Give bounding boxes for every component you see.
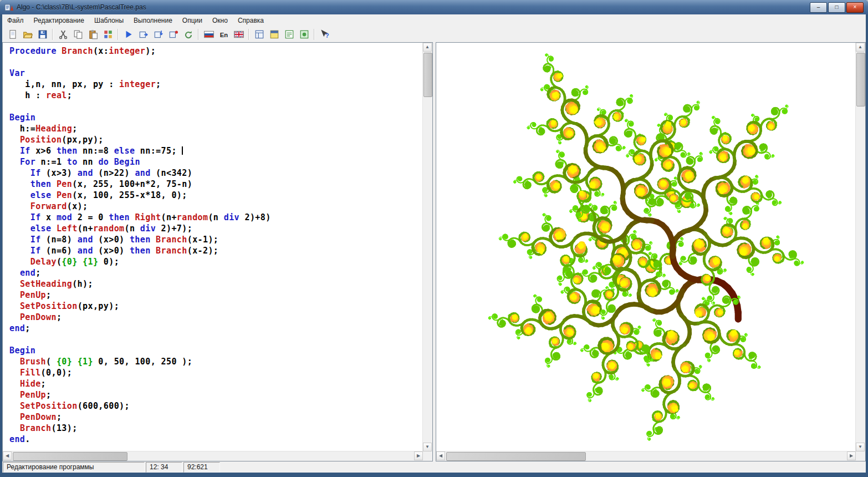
show-console-button[interactable]	[267, 27, 282, 42]
paste-icon	[88, 29, 98, 39]
code-line: For n:=1 to nn do Begin	[9, 156, 423, 168]
toolbar: En?	[2, 27, 866, 43]
step-out-button[interactable]	[166, 27, 181, 42]
scrollbar-thumb[interactable]	[856, 53, 865, 106]
app-window: Algo - C:\class\7B\L-system\PascalTree.p…	[0, 0, 868, 477]
code-line: Brush( {0} {1} 0, 50, 100, 250 );	[9, 356, 423, 367]
code-line: If (n=6) and (x>0) then Branch(x-2);	[9, 245, 423, 256]
menu-item-5[interactable]: Опции	[177, 15, 207, 26]
menu-item-2[interactable]: Редактирование	[29, 15, 89, 26]
svg-text:En: En	[219, 32, 228, 38]
scroll-left-button[interactable]: ◀	[436, 451, 445, 460]
scroll-right-button[interactable]: ▶	[414, 451, 423, 460]
menu-item-6[interactable]: Окно	[207, 15, 233, 26]
lang-en-button[interactable]: En	[216, 27, 231, 42]
copy-icon	[73, 29, 83, 39]
close-button[interactable]: ×	[846, 2, 864, 13]
scroll-right-button[interactable]: ▶	[847, 451, 856, 460]
menu-item-7[interactable]: Справка	[233, 15, 269, 26]
step-over-icon	[139, 29, 149, 39]
scrollbar-thumb[interactable]	[446, 452, 586, 461]
show-variables-icon	[254, 29, 264, 39]
lang-en-icon: En	[219, 29, 229, 39]
code-line: SetPosition(px,py);	[9, 301, 423, 312]
scroll-left-button[interactable]: ◀	[3, 451, 12, 460]
help-context-button[interactable]: ?	[317, 27, 332, 42]
help-context-icon: ?	[320, 29, 330, 39]
show-variables-button[interactable]	[252, 27, 267, 42]
code-line: SetHeading(h);	[9, 278, 423, 290]
window-title: Algo - C:\class\7B\L-system\PascalTree.p…	[17, 3, 146, 11]
flag-uk-button[interactable]	[231, 27, 246, 42]
code-line: end;	[9, 323, 423, 334]
editor-pane: Procedure Branch(x:integer); Var i,n, nn…	[2, 42, 433, 461]
code-line: Hide;	[9, 378, 423, 389]
lsystem-tree-canvas	[436, 43, 856, 451]
scrollbar-thumb[interactable]	[423, 53, 432, 97]
title-bar[interactable]: Algo - C:\class\7B\L-system\PascalTree.p…	[0, 0, 868, 14]
toolbar-separator	[118, 29, 119, 40]
flag-ru-button[interactable]	[201, 27, 216, 42]
menu-item-1[interactable]: Файл	[2, 15, 29, 26]
cut-icon	[58, 29, 68, 39]
step-into-button[interactable]	[151, 27, 166, 42]
main-area: Procedure Branch(x:integer); Var i,n, nn…	[2, 42, 866, 461]
new-button[interactable]	[5, 27, 20, 42]
code-line: Branch(13);	[9, 423, 423, 434]
menu-item-4[interactable]: Выполнение	[129, 15, 177, 26]
step-over-button[interactable]	[136, 27, 151, 42]
code-line: PenDown;	[9, 312, 423, 323]
code-line: Var	[9, 68, 423, 79]
editor-vertical-scrollbar[interactable]: ▲ ▼	[422, 43, 432, 451]
blocks-icon	[103, 29, 113, 39]
code-line: PenUp;	[9, 389, 423, 400]
editor-horizontal-scrollbar[interactable]: ◀ ▶	[3, 451, 423, 461]
code-line: If (n=8) and (x>0) then Branch(x-1);	[9, 234, 423, 245]
status-document-stats: 92:621	[183, 462, 220, 473]
new-icon	[8, 29, 18, 39]
minimize-button[interactable]: –	[810, 2, 827, 13]
code-line: SetPosition(600,600);	[9, 400, 423, 412]
scroll-up-button[interactable]: ▲	[856, 43, 865, 52]
scroll-down-button[interactable]: ▼	[423, 443, 432, 451]
refresh-button[interactable]	[181, 27, 196, 42]
open-button[interactable]	[20, 27, 35, 42]
code-line: Procedure Branch(x:integer);	[9, 45, 423, 57]
flag-uk-icon	[234, 29, 244, 39]
code-line: If (x>3) and (n>22) and (n<342)	[9, 168, 423, 179]
refresh-icon	[183, 29, 193, 39]
code-line: PenDown;	[9, 412, 423, 423]
code-line: Begin	[9, 345, 423, 356]
code-line: If x mod 2 = 0 then Right(n+random(n div…	[9, 212, 423, 223]
graphics-horizontal-scrollbar[interactable]: ◀ ▶	[436, 451, 856, 461]
cut-button[interactable]	[55, 27, 70, 42]
show-graphics-icon	[299, 29, 309, 39]
code-line: h:=Heading;	[9, 123, 423, 134]
toolbar-separator	[198, 29, 199, 40]
graphics-vertical-scrollbar[interactable]: ▲ ▼	[855, 43, 865, 451]
code-editor[interactable]: Procedure Branch(x:integer); Var i,n, nn…	[3, 43, 423, 451]
save-button[interactable]	[35, 27, 50, 42]
scroll-up-button[interactable]: ▲	[423, 43, 432, 52]
toolbar-separator	[314, 29, 315, 40]
show-graphics-button[interactable]	[297, 27, 312, 42]
show-editor-button[interactable]	[282, 27, 297, 42]
scroll-down-button[interactable]: ▼	[856, 443, 865, 451]
run-button[interactable]	[121, 27, 136, 42]
scrollbar-corner	[423, 451, 432, 461]
blocks-button[interactable]	[100, 27, 115, 42]
code-line: else Left(n+random(n div 2)+7);	[9, 223, 423, 234]
scrollbar-thumb[interactable]	[13, 452, 127, 461]
show-console-icon	[269, 29, 279, 39]
maximize-button[interactable]: □	[828, 2, 845, 13]
flag-ru-icon	[204, 29, 214, 39]
step-into-icon	[154, 29, 164, 39]
code-line: end;	[9, 267, 423, 278]
show-editor-icon	[284, 29, 294, 39]
code-line	[9, 334, 423, 345]
paste-button[interactable]	[85, 27, 100, 42]
status-mode: Редактирование программы	[3, 462, 145, 473]
code-line: else Pen(x, 100, 255-x*18, 0);	[9, 190, 423, 201]
copy-button[interactable]	[70, 27, 85, 42]
menu-item-3[interactable]: Шаблоны	[89, 15, 129, 26]
